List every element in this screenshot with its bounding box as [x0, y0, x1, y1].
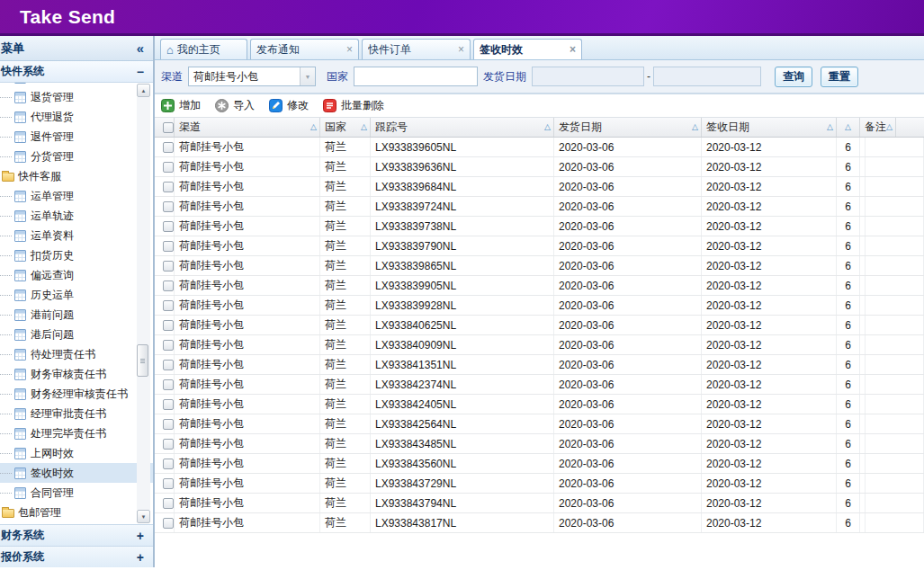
cell-sign: 2020-03-12 [702, 217, 837, 236]
column-header-ship[interactable]: 发货日期△ [554, 118, 702, 137]
sidebar-item[interactable]: 财务经理审核责任书 [0, 384, 153, 404]
row-checkbox[interactable] [163, 379, 174, 390]
row-checkbox[interactable] [163, 201, 174, 212]
row-checkbox[interactable] [163, 399, 174, 410]
sidebar-item[interactable]: 代理退货 [0, 107, 153, 127]
sidebar-item[interactable]: 经理审批责任书 [0, 404, 153, 423]
scroll-up-icon[interactable]: ▲ [137, 84, 150, 97]
sidebar-item[interactable]: 签收时效 [0, 463, 153, 483]
expand-section-icon[interactable]: + [137, 529, 144, 543]
column-header-country[interactable]: 国家△ [320, 118, 371, 137]
cell-country: 荷兰 [320, 454, 371, 473]
row-checkbox[interactable] [163, 498, 174, 509]
import-icon [215, 99, 229, 112]
sidebar-item[interactable]: 上网时效 [0, 443, 153, 463]
accordion-express-system[interactable]: 快件系统 − [0, 61, 153, 83]
row-checkbox[interactable] [163, 182, 174, 192]
expand-section-icon[interactable]: + [137, 550, 144, 565]
close-icon[interactable]: × [346, 43, 353, 56]
sidebar-panel-title: 菜单 [1, 40, 24, 57]
sidebar-item[interactable]: 分货管理 [0, 147, 153, 166]
row-checkbox[interactable] [163, 478, 174, 489]
row-checkbox[interactable] [163, 320, 174, 331]
channel-select[interactable]: 荷邮挂号小包 ▼ [188, 67, 316, 86]
cell-channel: 荷邮挂号小包 [175, 513, 320, 532]
sidebar-item[interactable]: 港前问题 [0, 305, 153, 325]
toolbar-import-button[interactable]: 导入 [215, 98, 255, 113]
cell-days: 6 [837, 316, 860, 334]
row-checkbox[interactable] [163, 261, 174, 272]
sidebar-item[interactable]: 合同管理 [0, 483, 153, 503]
sort-icon[interactable]: △ [692, 123, 698, 131]
reset-button[interactable]: 重置 [821, 67, 858, 87]
sidebar-item[interactable]: 财务审核责任书 [0, 364, 153, 384]
tab-label: 发布通知 [256, 42, 343, 58]
column-header-days[interactable]: △ [837, 118, 860, 137]
chevron-down-icon[interactable]: ▼ [300, 67, 315, 85]
tab-express-order[interactable]: 快件订单× [362, 39, 471, 59]
row-checkbox[interactable] [163, 142, 174, 153]
search-button[interactable]: 查询 [775, 67, 812, 87]
sidebar-item[interactable]: 运单资料 [0, 226, 153, 245]
sidebar-item[interactable]: 待处理责任书 [0, 344, 153, 364]
scroll-down-icon[interactable]: ▼ [137, 510, 150, 523]
row-checkbox[interactable] [163, 439, 174, 450]
scrollbar-thumb[interactable] [137, 344, 148, 377]
tree-scrollbar[interactable]: ▲ ▼ [137, 84, 150, 523]
sidebar-item[interactable]: 偏远查询 [0, 265, 153, 285]
row-checkbox[interactable] [163, 419, 174, 430]
sidebar-item[interactable]: 历史运单 [0, 285, 153, 305]
row-checkbox[interactable] [163, 340, 174, 351]
row-checkbox[interactable] [163, 281, 174, 291]
sidebar-item[interactable]: 港后问题 [0, 325, 153, 344]
cell-track: LX933843729NL [371, 474, 554, 493]
sidebar-item[interactable]: 退货管理 [0, 87, 153, 107]
sidebar-item[interactable]: 运单轨迹 [0, 206, 153, 226]
scrollbar-track[interactable] [137, 97, 150, 510]
tab-publish-notice[interactable]: 发布通知× [250, 39, 359, 59]
column-label: 签收日期 [706, 120, 749, 135]
row-checkbox[interactable] [163, 518, 174, 529]
sort-icon[interactable]: △ [310, 123, 317, 131]
row-checkbox[interactable] [163, 459, 174, 469]
row-checkbox[interactable] [163, 300, 174, 311]
accordion-finance-system[interactable]: 财务系统 + [0, 524, 153, 546]
collapse-sidebar-icon[interactable]: « [137, 40, 144, 56]
row-checkbox[interactable] [163, 241, 174, 252]
cell-country: 荷兰 [320, 138, 371, 156]
table-row: 荷邮挂号小包荷兰LX933839790NL2020-03-062020-03-1… [155, 236, 924, 256]
sort-icon[interactable]: △ [361, 123, 367, 131]
column-header-channel[interactable]: 渠道△ [175, 118, 320, 137]
accordion-quote-system[interactable]: 报价系统 + [0, 546, 153, 567]
sidebar-item[interactable]: 退件管理 [0, 127, 153, 147]
column-header-track[interactable]: 跟踪号△ [371, 118, 554, 137]
sidebar-folder-item[interactable]: 包邮管理 [0, 503, 153, 522]
toolbar-edit-button[interactable]: 修改 [269, 98, 309, 113]
sidebar-folder-item[interactable]: 快件客服 [0, 166, 153, 186]
close-icon[interactable]: × [570, 43, 576, 56]
date-to-input[interactable] [653, 67, 761, 86]
close-icon[interactable]: × [458, 43, 464, 56]
column-header-remark[interactable]: 备注△ [860, 118, 896, 137]
column-header-sign[interactable]: 签收日期△ [702, 118, 837, 137]
cell-channel: 荷邮挂号小包 [175, 395, 320, 414]
row-checkbox[interactable] [163, 221, 174, 232]
sidebar-item[interactable]: 运单管理 [0, 186, 153, 206]
sort-icon[interactable]: △ [827, 123, 833, 131]
tab-my-home[interactable]: ⌂我的主页 [160, 39, 247, 59]
sort-icon[interactable]: △ [845, 123, 851, 131]
table-row: 荷邮挂号小包荷兰LX933839605NL2020-03-062020-03-1… [155, 138, 924, 157]
toolbar-batch-delete-button[interactable]: 批量删除 [323, 98, 384, 113]
date-from-input[interactable] [532, 67, 644, 86]
select-all-checkbox[interactable] [163, 122, 174, 133]
sidebar-item[interactable]: 处理完毕责任书 [0, 423, 153, 443]
sidebar-item[interactable]: 扣货历史 [0, 245, 153, 265]
sort-icon[interactable]: △ [886, 123, 893, 131]
row-checkbox[interactable] [163, 162, 174, 173]
sort-icon[interactable]: △ [544, 123, 551, 131]
row-checkbox[interactable] [163, 360, 174, 370]
country-input[interactable] [354, 67, 478, 86]
toolbar-add-button[interactable]: 增加 [161, 98, 201, 113]
tab-sign-receive-time[interactable]: 签收时效× [473, 39, 582, 59]
collapse-section-icon[interactable]: − [137, 65, 144, 79]
